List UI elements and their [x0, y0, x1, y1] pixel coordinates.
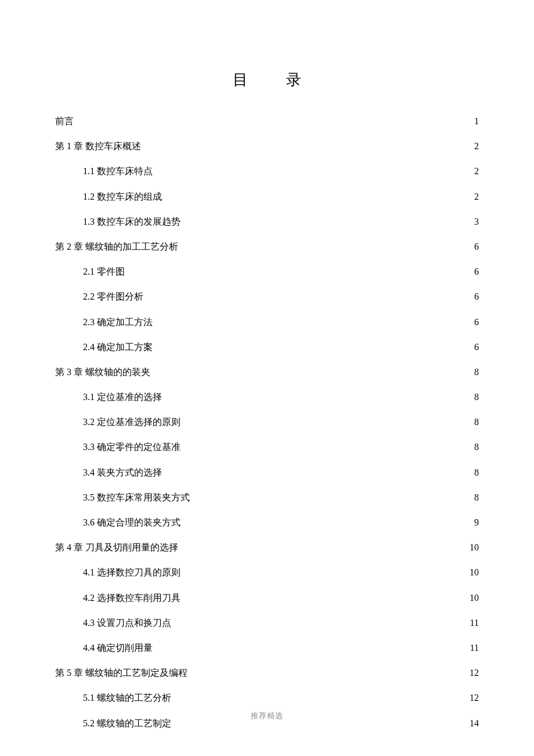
toc-page-number: 6 [473, 284, 479, 309]
toc-page-number: 3 [473, 209, 479, 234]
toc-page-number: 8 [473, 434, 479, 459]
toc-leader-dots [162, 466, 473, 476]
toc-page-number: 12 [468, 660, 479, 685]
toc-page-number: 10 [468, 535, 479, 560]
toc-entry: 3.3 确定零件的定位基准8 [55, 434, 479, 459]
toc-page-number: 9 [473, 510, 479, 535]
toc-label: 3.3 确定零件的定位基准 [83, 434, 181, 459]
toc-page-number: 6 [473, 259, 479, 284]
toc-entry: 2.3 确定加工方法6 [55, 309, 479, 334]
toc-page-number: 12 [468, 685, 479, 710]
toc-entry: 第 1 章 数控车床概述2 [55, 134, 479, 159]
toc-entry: 2.2 零件图分析6 [55, 284, 479, 309]
toc-entry: 2.4 确定加工方案6 [55, 334, 479, 359]
toc-entry: 1.3 数控车床的发展趋势3 [55, 209, 479, 234]
toc-label: 4.4 确定切削用量 [83, 635, 153, 660]
toc-label: 3.6 确定合理的装夹方式 [83, 510, 181, 535]
toc-page-number: 2 [473, 134, 479, 159]
toc-page-number: 2 [473, 184, 479, 209]
toc-page-number: 8 [473, 485, 479, 510]
page-footer: 推荐精选 [0, 711, 534, 721]
toc-entry: 3.1 定位基准的选择8 [55, 384, 479, 409]
toc-page-number: 8 [473, 409, 479, 434]
toc-title: 目 录 [55, 70, 479, 90]
toc-entry: 4.4 确定切削用量11 [55, 635, 479, 660]
toc-label: 2.4 确定加工方案 [83, 334, 153, 359]
toc-leader-dots [181, 416, 473, 425]
toc-entry: 4.1 选择数控刀具的原则10 [55, 560, 479, 585]
toc-page-number: 6 [473, 309, 479, 334]
toc-label: 3.2 定位基准选择的原则 [83, 409, 181, 434]
toc-leader-dots [171, 617, 469, 626]
toc-leader-dots [187, 667, 468, 676]
toc-leader-dots [153, 642, 469, 651]
toc-entry: 2.1 零件图6 [55, 259, 479, 284]
toc-label: 2.3 确定加工方法 [83, 309, 153, 334]
toc-label: 4.2 选择数控车削用刀具 [83, 585, 181, 610]
toc-page-number: 8 [473, 384, 479, 409]
toc-leader-dots [74, 115, 473, 124]
toc-page-number: 10 [468, 585, 479, 610]
toc-leader-dots [162, 391, 473, 400]
toc-leader-dots [171, 692, 468, 701]
toc-label: 3.1 定位基准的选择 [83, 384, 162, 409]
toc-entry: 3.5 数控车床常用装夹方式8 [55, 485, 479, 510]
toc-entry: 4.3 设置刀点和换刀点11 [55, 610, 479, 635]
toc-leader-dots [178, 240, 473, 250]
toc-page-number: 6 [473, 234, 479, 259]
toc-leader-dots [181, 566, 468, 575]
toc-label: 1.3 数控车床的发展趋势 [83, 209, 181, 234]
toc-label: 4.3 设置刀点和换刀点 [83, 610, 171, 635]
toc-page-number: 2 [473, 159, 479, 183]
toc-label: 4.1 选择数控刀具的原则 [83, 560, 181, 585]
toc-leader-dots [178, 541, 468, 550]
toc-label: 第 1 章 数控车床概述 [55, 134, 141, 159]
toc-page-number: 6 [473, 334, 479, 359]
toc-leader-dots [181, 516, 473, 525]
toc-entry: 3.4 装夹方式的选择8 [55, 460, 479, 485]
toc-label: 2.1 零件图 [83, 259, 125, 284]
toc-leader-dots [181, 441, 473, 450]
toc-entry: 第 3 章 螺纹轴的的装夹8 [55, 359, 479, 384]
toc-leader-dots [153, 341, 473, 350]
toc-leader-dots [181, 215, 473, 225]
toc-leader-dots [125, 265, 473, 275]
toc-entry: 第 2 章 螺纹轴的加工工艺分析6 [55, 234, 479, 259]
toc-label: 3.4 装夹方式的选择 [83, 460, 162, 485]
toc-label: 第 3 章 螺纹轴的的装夹 [55, 359, 150, 384]
toc-leader-dots [162, 190, 473, 200]
toc-page-number: 8 [473, 359, 479, 384]
toc-entry: 前言1 [55, 109, 479, 134]
document-page: 目 录 前言1第 1 章 数控车床概述21.1 数控车床特点21.2 数控车床的… [0, 0, 534, 756]
toc-container: 前言1第 1 章 数控车床概述21.1 数控车床特点21.2 数控车床的组成21… [55, 109, 479, 736]
toc-page-number: 8 [473, 460, 479, 485]
toc-entry: 3.2 定位基准选择的原则8 [55, 409, 479, 434]
toc-leader-dots [153, 165, 473, 174]
toc-label: 5.1 螺纹轴的工艺分析 [83, 685, 171, 710]
toc-leader-dots [181, 592, 468, 601]
toc-entry: 1.2 数控车床的组成2 [55, 184, 479, 209]
toc-label: 2.2 零件图分析 [83, 284, 143, 309]
toc-label: 1.2 数控车床的组成 [83, 184, 162, 209]
toc-page-number: 1 [473, 109, 479, 134]
toc-label: 第 4 章 刀具及切削用量的选择 [55, 535, 178, 560]
toc-leader-dots [153, 316, 473, 325]
toc-leader-dots [150, 366, 473, 375]
toc-entry: 3.6 确定合理的装夹方式9 [55, 510, 479, 535]
toc-leader-dots [141, 140, 473, 149]
toc-label: 前言 [55, 109, 74, 134]
toc-entry: 第 5 章 螺纹轴的工艺制定及编程12 [55, 660, 479, 685]
toc-entry: 1.1 数控车床特点2 [55, 159, 479, 183]
toc-leader-dots [190, 491, 473, 501]
toc-label: 3.5 数控车床常用装夹方式 [83, 485, 190, 510]
toc-entry: 第 4 章 刀具及切削用量的选择10 [55, 535, 479, 560]
toc-entry: 5.1 螺纹轴的工艺分析12 [55, 685, 479, 710]
toc-label: 1.1 数控车床特点 [83, 159, 153, 183]
toc-page-number: 11 [469, 635, 479, 660]
toc-label: 第 5 章 螺纹轴的工艺制定及编程 [55, 660, 187, 685]
toc-leader-dots [143, 290, 473, 300]
toc-page-number: 11 [469, 610, 479, 635]
toc-entry: 4.2 选择数控车削用刀具10 [55, 585, 479, 610]
toc-page-number: 10 [468, 560, 479, 585]
toc-label: 第 2 章 螺纹轴的加工工艺分析 [55, 234, 178, 259]
